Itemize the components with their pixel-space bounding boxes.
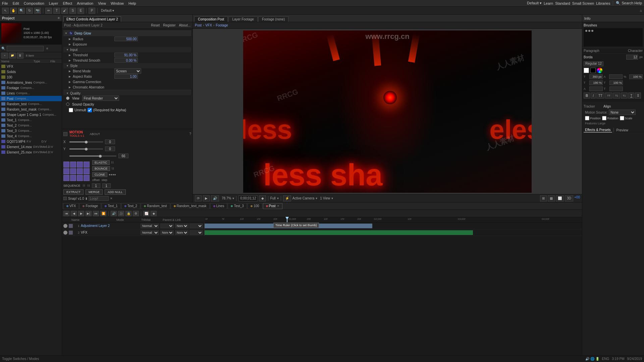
timeline-tab-random-mask[interactable]: Random_text_mask (171, 203, 210, 209)
list-item[interactable]: Footage Compos... (0, 85, 62, 90)
search-help[interactable]: 🔍 Search Help (616, 1, 642, 5)
timeline-tab-post[interactable]: Post ✕ (263, 203, 282, 209)
list-item[interactable]: Random_test Compos... (0, 101, 62, 107)
prop-value-radius[interactable] (114, 37, 138, 41)
tl-col-btn[interactable]: ⚙ (133, 211, 139, 216)
grid-cell-5[interactable] (70, 168, 76, 174)
layer-visibility-2[interactable] (63, 231, 67, 235)
render-select[interactable]: Final Render Draft (82, 96, 119, 101)
layer-link-2[interactable] (190, 230, 203, 235)
tool-clone[interactable]: S (69, 8, 76, 14)
metric-font-size[interactable] (589, 74, 603, 79)
grid-btn[interactable]: ⊞ (540, 195, 547, 201)
track-rot-checkbox[interactable] (602, 116, 606, 120)
menu-help[interactable]: Help (128, 1, 136, 5)
tl-prev-btn[interactable]: ◀ (71, 211, 77, 216)
tl-graph-btn[interactable]: 📈 (143, 211, 149, 216)
tool-eraser[interactable]: E (77, 8, 84, 14)
radio-sound[interactable] (66, 103, 69, 106)
timeline-playhead[interactable]: Time Ruler (Click to set thumb) (287, 217, 287, 222)
sequence-num1[interactable] (92, 183, 100, 188)
tool-text[interactable]: T (53, 8, 60, 14)
layer-audio-2[interactable] (69, 231, 73, 235)
ep-tab-preview[interactable]: Preview (615, 128, 630, 132)
list-item[interactable]: Animations_lines Compos... (0, 80, 62, 85)
region-btn[interactable]: ⬜ (556, 195, 564, 201)
prop-value-smooth[interactable] (114, 58, 138, 63)
timeline-tab-random[interactable]: Random_test (141, 203, 170, 209)
comp-play-btn[interactable]: ▶ (203, 195, 210, 201)
clone-btn[interactable]: CLONE (92, 172, 107, 177)
timeline-tab-test3[interactable]: Test_3 (228, 203, 247, 209)
filter-icon[interactable]: ≡ (46, 47, 48, 50)
menu-effect[interactable]: Effect (63, 1, 72, 5)
list-item[interactable]: Lines Compos... (0, 90, 62, 96)
tl-ruler[interactable]: 0f 5f 10f 15f 20f 01;00f 05f 10f 15f 20f… (205, 217, 582, 222)
mt-z-slider[interactable] (69, 156, 116, 157)
new-folder-btn[interactable]: 📁 (9, 53, 16, 59)
mt-help-icon[interactable]: ? (189, 132, 191, 136)
tool-hand[interactable]: ✋ (10, 8, 17, 14)
transparency-btn[interactable]: ▦ (548, 195, 555, 201)
project-search-input[interactable] (7, 46, 44, 51)
list-item-post[interactable]: Post Compos... (0, 96, 62, 101)
layer-audio-1[interactable] (69, 224, 73, 228)
tl-audio-btn[interactable]: 🔊 (111, 211, 117, 216)
timeline-tab-100[interactable]: 100 (248, 203, 262, 209)
timeline-tab-text1[interactable]: Text_1 (102, 203, 120, 209)
tool-rotate[interactable]: ↻ (26, 8, 33, 14)
font-size-input[interactable] (626, 55, 638, 60)
fast-preview-btn[interactable]: ⚡ (283, 195, 291, 201)
fill-color-swatch[interactable] (584, 68, 589, 73)
3d-btn[interactable]: 3D (565, 195, 573, 201)
grid-cell-9[interactable] (70, 175, 76, 181)
resolution-dropdown[interactable]: ▾ (277, 196, 279, 200)
tab-close-icon[interactable]: ✕ (277, 204, 279, 207)
timeline-tab-vfx[interactable]: VFX (63, 203, 79, 209)
ec-reset-btn[interactable]: Reset (151, 23, 160, 27)
tl-next-btn[interactable]: ▶| (86, 211, 92, 216)
toggle-switches-btn[interactable]: Toggle Switches / Modes (2, 357, 39, 361)
workspace-standard[interactable]: Standard (555, 1, 570, 5)
comp-audio-btn[interactable]: 🔊 (211, 195, 219, 201)
paragraph-tab[interactable]: Paragraph (584, 49, 599, 53)
tl-video-btn[interactable]: 🎥 (118, 211, 124, 216)
layer-track-1[interactable] (160, 224, 174, 228)
mt-y-value[interactable] (105, 146, 115, 151)
comp-marker-btn[interactable]: ◆ (259, 195, 266, 201)
required-alpha-checkbox[interactable] (88, 108, 92, 112)
workspace-default[interactable]: Default ▾ (527, 1, 542, 5)
blend-mode-select[interactable]: Screen Add Normal (114, 68, 141, 74)
workspace-libraries[interactable]: Libraries (596, 1, 610, 5)
timeline-tab-text2[interactable]: Text_2 (121, 203, 140, 209)
mt-z-value[interactable] (118, 154, 128, 158)
list-item[interactable]: Shape Layer 1 Comp 1 Compos... (0, 112, 62, 117)
tool-camera[interactable]: 📷 (34, 8, 41, 14)
small-caps-btn[interactable]: TT (605, 93, 612, 99)
menu-window[interactable]: Window (111, 1, 124, 5)
tl-end-btn[interactable]: ⏭ (93, 211, 99, 216)
mt-y-thumb[interactable] (85, 148, 88, 150)
strikethrough-btn[interactable]: T (635, 93, 641, 99)
metric-leading[interactable] (609, 74, 623, 79)
list-item[interactable]: Element_14.mov DXV3Med... D:V (0, 144, 62, 149)
layer-mode-2[interactable]: Normal (141, 230, 159, 235)
view-dropdown[interactable]: ▾ (331, 196, 333, 200)
metric-tracking[interactable] (589, 80, 603, 85)
new-item-btn[interactable]: + (1, 53, 8, 59)
layer-link-1[interactable] (190, 224, 203, 228)
track-pos-checkbox[interactable] (585, 116, 589, 120)
track-scale-checkbox[interactable] (620, 116, 624, 120)
prop-value-threshold[interactable] (114, 53, 138, 57)
prop-value-aspect[interactable] (114, 74, 138, 79)
comp-timecode[interactable]: 0;00;01;12 (238, 195, 258, 201)
tool-select[interactable]: ↖ (2, 8, 9, 14)
effect-group-header[interactable]: ▼ fx Deep Glow (63, 30, 191, 36)
layer-parent-2[interactable]: None (175, 230, 189, 235)
list-item[interactable]: Text_4 Compos... (0, 133, 62, 139)
tab-composition-post[interactable]: Composition Post (194, 16, 228, 22)
list-item[interactable]: Text_3 Compos... (0, 128, 62, 133)
list-item[interactable]: 100 (0, 74, 62, 80)
layer-name-1[interactable]: Adjustment Layer 2 (81, 224, 139, 228)
timeline-tab-lines[interactable]: Lines (210, 203, 227, 209)
